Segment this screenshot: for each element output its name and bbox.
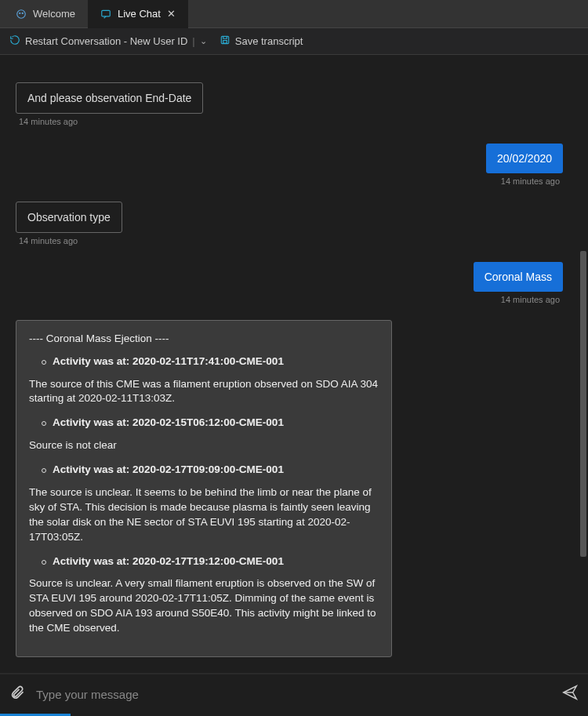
save-transcript-button[interactable]: Save transcript <box>220 35 303 48</box>
divider: | <box>192 35 194 47</box>
tab-livechat[interactable]: Live Chat ✕ <box>88 0 188 28</box>
cme-description: The source is unclear. It seems to be be… <box>29 485 379 545</box>
user-message: Coronal Mass 14 minutes ago <box>16 262 563 304</box>
chevron-down-icon[interactable]: ⌄ <box>200 36 207 46</box>
attach-icon[interactable] <box>9 685 25 703</box>
bot-bubble: Observation type <box>16 202 122 233</box>
welcome-bot-icon <box>16 9 27 20</box>
toolbar: Restart Conversation - New User ID | ⌄ S… <box>0 28 588 55</box>
svg-point-0 <box>17 9 26 18</box>
restart-conversation-button[interactable]: Restart Conversation - New User ID | ⌄ <box>9 35 207 48</box>
cme-description: The source of this CME was a filament er… <box>29 377 379 407</box>
cme-activity-item: Activity was at: 2020-02-17T19:12:00-CME… <box>29 554 379 569</box>
cme-report-box: ---- Coronal Mass Ejection ---- Activity… <box>16 320 392 657</box>
close-icon[interactable]: ✕ <box>167 8 176 20</box>
chat-scroll[interactable]: And please observation End-Date 14 minut… <box>0 55 579 673</box>
tab-welcome-label: Welcome <box>33 8 75 20</box>
restart-icon <box>9 35 20 48</box>
chat-panel: And please observation End-Date 14 minut… <box>0 55 588 673</box>
message-timestamp: 14 minutes ago <box>498 295 563 304</box>
bot-message: Observation type 14 minutes ago <box>16 202 563 245</box>
cme-title: ---- Coronal Mass Ejection ---- <box>29 332 379 347</box>
scrollbar-track[interactable] <box>579 55 588 673</box>
bot-bubble: And please observation End-Date <box>16 82 203 114</box>
tab-welcome[interactable]: Welcome <box>3 0 88 28</box>
cme-activity-item: Activity was at: 2020-02-15T06:12:00-CME… <box>29 416 379 431</box>
svg-rect-3 <box>102 10 111 16</box>
svg-point-1 <box>20 13 20 13</box>
chat-icon <box>100 9 111 20</box>
restart-label: Restart Conversation - New User ID <box>25 35 187 47</box>
save-icon <box>220 35 230 48</box>
cme-description: Source is not clear <box>29 438 379 453</box>
bot-message: And please observation End-Date 14 minut… <box>16 82 563 126</box>
tab-bar: Welcome Live Chat ✕ <box>0 0 588 28</box>
bot-rich-message: ---- Coronal Mass Ejection ---- Activity… <box>16 320 563 657</box>
svg-rect-5 <box>223 41 227 44</box>
user-message: 20/02/2020 14 minutes ago <box>16 144 563 186</box>
chat-input[interactable] <box>36 688 550 701</box>
cme-activity-item: Activity was at: 2020-02-17T09:09:00-CME… <box>29 463 379 478</box>
user-bubble: 20/02/2020 <box>486 144 563 173</box>
send-icon[interactable] <box>561 684 579 704</box>
user-bubble: Coronal Mass <box>474 262 563 292</box>
message-timestamp: 14 minutes ago <box>16 236 81 245</box>
message-timestamp: 14 minutes ago <box>498 176 563 186</box>
scrollbar-thumb[interactable] <box>580 251 586 557</box>
svg-point-2 <box>22 13 23 13</box>
cme-activity-item: Activity was at: 2020-02-11T17:41:00-CME… <box>29 354 379 369</box>
cme-description: Source is unclear. A very small filament… <box>29 576 379 636</box>
message-timestamp: 14 minutes ago <box>16 117 81 126</box>
app-root: Welcome Live Chat ✕ Restart Conversation… <box>0 0 588 716</box>
tab-livechat-label: Live Chat <box>118 8 161 20</box>
save-transcript-label: Save transcript <box>235 35 303 47</box>
chat-input-bar <box>0 673 588 714</box>
